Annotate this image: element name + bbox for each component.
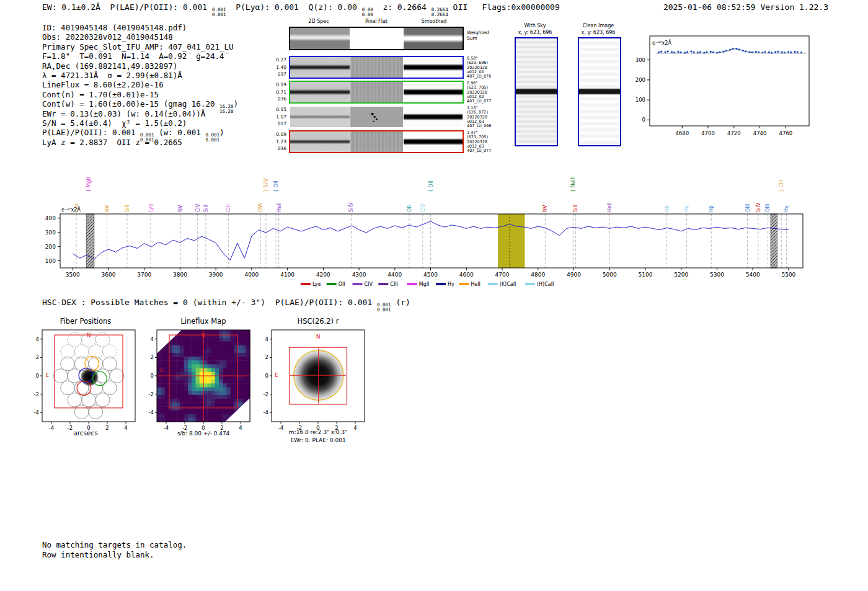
svg-text:4100: 4100 bbox=[280, 272, 294, 278]
svg-text:100: 100 bbox=[45, 258, 56, 264]
hsc-sublabel-2: EWr: 0. PLAE: 0.001 bbox=[268, 437, 368, 443]
svg-text:Lyα: Lyα bbox=[148, 203, 154, 212]
spec2d-cell-smoothed bbox=[404, 57, 463, 78]
footer-notes: No matching targets in catalog.Row inten… bbox=[42, 540, 187, 559]
svg-text:2: 2 bbox=[151, 354, 154, 360]
svg-text:E: E bbox=[45, 372, 49, 378]
svg-text:5300: 5300 bbox=[710, 272, 724, 278]
svg-text:SiIV: SiIV bbox=[348, 202, 354, 212]
svg-text:3900: 3900 bbox=[209, 272, 223, 278]
detection-info-block: ID: 4019045148 (4019045148.pdf)Obs: 2022… bbox=[42, 23, 238, 147]
spec2d-cell-2dspec bbox=[290, 57, 350, 78]
svg-text:e⁻¹⁷x2Å: e⁻¹⁷x2Å bbox=[652, 39, 671, 46]
svg-text:4760: 4760 bbox=[779, 130, 793, 136]
svg-text:} SiIV: } SiIV bbox=[264, 178, 269, 192]
spec2d-cell-smoothed bbox=[404, 82, 463, 102]
svg-text:4500: 4500 bbox=[423, 272, 438, 278]
svg-text:{ MgII: { MgII bbox=[86, 177, 92, 192]
svg-text:N: N bbox=[87, 332, 91, 339]
svg-text:CIII: CIII bbox=[226, 204, 231, 212]
svg-text:SiII: SiII bbox=[573, 205, 578, 212]
svg-text:4600: 4600 bbox=[459, 272, 474, 278]
spec2d-row-strip bbox=[289, 105, 464, 128]
svg-text:4400: 4400 bbox=[388, 272, 402, 278]
header-stats: EW: 0.1±0.2Å P(LAE)/P(OII): 0.001 0.0010… bbox=[42, 2, 560, 17]
svg-text:4720: 4720 bbox=[727, 130, 741, 136]
svg-text:NV: NV bbox=[105, 205, 110, 212]
spec2d-row-meta: 1.13"(626, 872)20220328v012_03407_LU_096 bbox=[467, 106, 516, 128]
spec2d-cell-pixelflat bbox=[350, 82, 403, 102]
spec2d-cell-2dspec bbox=[290, 82, 350, 102]
spec2d-row-meta: 1.47"(623, 705)20220328v012_03407_LU_077 bbox=[467, 131, 516, 153]
svg-text:2: 2 bbox=[265, 354, 268, 360]
svg-text:CIII: CIII bbox=[390, 282, 398, 287]
svg-text:200: 200 bbox=[636, 77, 645, 83]
clean-image bbox=[578, 37, 621, 146]
svg-text:3500: 3500 bbox=[66, 272, 80, 278]
svg-text:0: 0 bbox=[151, 373, 154, 379]
svg-text:NV: NV bbox=[178, 205, 184, 212]
hetdex-detection-report: EW: 0.1±0.2Å P(LAE)/P(OII): 0.001 0.0010… bbox=[0, 0, 868, 591]
svg-text:-4: -4 bbox=[34, 409, 39, 415]
weighted-sum-pixelflat-image bbox=[350, 28, 403, 49]
svg-text:CIV: CIV bbox=[365, 282, 373, 287]
svg-text:4700: 4700 bbox=[701, 130, 715, 136]
svg-text:(K)CaII: (K)CaII bbox=[500, 282, 516, 287]
spec2d-row-strip bbox=[289, 56, 464, 79]
svg-text:CIV: CIV bbox=[195, 203, 201, 212]
svg-text:E: E bbox=[160, 367, 164, 373]
svg-text:5000: 5000 bbox=[603, 272, 617, 278]
svg-text:-2: -2 bbox=[34, 391, 39, 398]
svg-text:5400: 5400 bbox=[746, 272, 760, 278]
svg-text:4900: 4900 bbox=[567, 272, 581, 278]
svg-text:Lyα: Lyα bbox=[312, 282, 321, 287]
svg-text:4: 4 bbox=[265, 336, 268, 342]
svg-text:4200: 4200 bbox=[316, 272, 330, 278]
svg-text:400: 400 bbox=[45, 215, 56, 221]
svg-text:3800: 3800 bbox=[173, 272, 187, 278]
spec2d-cell-smoothed bbox=[404, 131, 463, 152]
svg-text:4300: 4300 bbox=[352, 272, 366, 278]
svg-text:4000: 4000 bbox=[244, 272, 259, 278]
spec2d-row-stats: 0.271.40037 bbox=[265, 56, 286, 78]
svg-text:4680: 4680 bbox=[675, 130, 689, 136]
svg-text:4700: 4700 bbox=[495, 272, 510, 278]
lineflux-sublabel: s/b: 8.00 +/- 0.474 bbox=[154, 430, 253, 437]
svg-text:-4: -4 bbox=[149, 409, 154, 415]
spec2d-cell-smoothed bbox=[404, 107, 463, 127]
svg-text:CIV: CIV bbox=[420, 203, 426, 212]
full-spectrum-chart: 1002003004003500360037003800390040004100… bbox=[36, 160, 830, 300]
svg-text:4800: 4800 bbox=[531, 272, 545, 278]
svg-text:0: 0 bbox=[265, 373, 268, 379]
weighted-sum-label: Weighted Sum bbox=[467, 30, 489, 41]
clean-image-title: Clean Image x, y: 623, 696 bbox=[576, 22, 621, 36]
svg-text:HeII: HeII bbox=[607, 202, 613, 212]
withsky-title: With Sky x, y: 623, 696 bbox=[513, 22, 557, 36]
weighted-sum-smoothed-image bbox=[404, 28, 463, 49]
header-timestamp: 2025-01-06 08:52:59 Version 1.22.3 bbox=[663, 2, 828, 12]
spec2d-header-smoothed: Smoothed bbox=[404, 19, 464, 24]
lineflux-map-title: Lineflux Map bbox=[154, 317, 253, 326]
fiber-positions-title: Fiber Positions bbox=[39, 317, 132, 326]
svg-text:Hβ: Hβ bbox=[709, 205, 714, 212]
svg-text:SiIV: SiIV bbox=[756, 202, 761, 212]
spec2d-header-2dspec: 2D Spec bbox=[289, 19, 348, 24]
svg-text:OIII: OIII bbox=[745, 204, 751, 212]
svg-text:e⁻¹⁷x2Å: e⁻¹⁷x2Å bbox=[61, 206, 81, 213]
weighted-sum-strip bbox=[289, 27, 464, 50]
spec2d-row-strip bbox=[289, 130, 464, 153]
svg-text:300: 300 bbox=[45, 229, 56, 236]
svg-text:SiII: SiII bbox=[203, 205, 209, 212]
spec2d-row-stats: 0.190.71036 bbox=[265, 81, 286, 103]
svg-text:5100: 5100 bbox=[639, 272, 653, 278]
svg-text:3600: 3600 bbox=[101, 272, 115, 278]
spec2d-row-stats: 0.151.07017 bbox=[265, 106, 286, 128]
svg-text:0: 0 bbox=[642, 117, 645, 123]
svg-text:Hγ: Hγ bbox=[784, 205, 789, 212]
svg-text:OII: OII bbox=[339, 282, 345, 287]
svg-text:-2: -2 bbox=[264, 391, 268, 398]
svg-text:N: N bbox=[202, 332, 206, 339]
svg-text:SiII: SiII bbox=[125, 205, 130, 212]
svg-text:100: 100 bbox=[636, 97, 645, 103]
svg-text:300: 300 bbox=[636, 57, 645, 63]
